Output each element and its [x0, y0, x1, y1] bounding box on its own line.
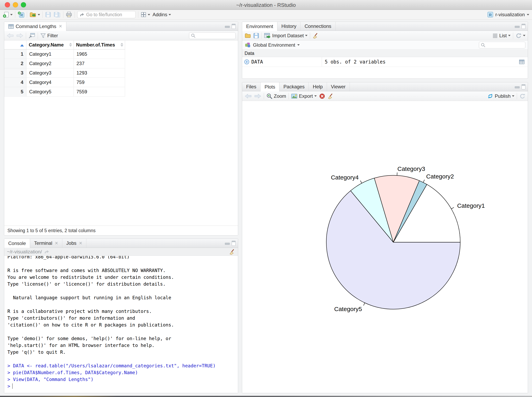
tab-packages[interactable]: Packages	[279, 82, 309, 91]
tab-label: Files	[246, 84, 256, 90]
table-row[interactable]: 4Category4759	[4, 78, 125, 87]
refresh-icon	[516, 33, 522, 38]
table-row[interactable]: 3Category31293	[4, 68, 125, 78]
table-row[interactable]: 1Category11965	[4, 49, 125, 59]
close-icon[interactable]: ×	[79, 241, 82, 246]
console-line	[7, 287, 235, 294]
console-tabstrip: Console Terminal× Jobs×	[4, 239, 238, 248]
close-icon[interactable]: ×	[59, 24, 62, 29]
tab-viewer[interactable]: Viewer	[327, 82, 350, 91]
import-dataset-button[interactable]: Import Dataset	[264, 33, 308, 38]
table-search-input[interactable]	[197, 33, 233, 38]
toolbar-separator	[261, 32, 262, 39]
column-header-category-name[interactable]: Category.Name	[26, 40, 74, 49]
tab-files[interactable]: Files	[242, 82, 260, 91]
row-number-header[interactable]	[4, 40, 26, 49]
maximize-panel-icon[interactable]	[522, 84, 525, 89]
chevron-down-icon	[512, 95, 514, 97]
panel-window-buttons	[225, 24, 235, 29]
console-line: R is a collaborative project with many c…	[7, 308, 235, 315]
tab-help[interactable]: Help	[309, 82, 327, 91]
goto-file-box[interactable]	[77, 11, 136, 18]
tab-plots[interactable]: Plots	[260, 82, 279, 91]
minimize-panel-icon[interactable]	[515, 86, 519, 88]
project-menu-button[interactable]: R r-visualization	[487, 12, 529, 18]
view-table-icon[interactable]	[519, 60, 525, 64]
pane-layout-button[interactable]	[141, 12, 150, 18]
tab-label: Environment	[246, 24, 273, 29]
column-header-number-of-times[interactable]: Number.of.Times	[74, 40, 125, 49]
tab-label: Command Lengths	[16, 24, 56, 29]
new-project-button[interactable]: R	[18, 11, 25, 18]
clear-environment-icon[interactable]	[312, 33, 318, 39]
console-line: 'citation()' on how to cite R or R packa…	[7, 322, 235, 328]
new-file-button[interactable]	[3, 12, 13, 18]
tab-jobs[interactable]: Jobs×	[62, 239, 86, 248]
export-plot-button[interactable]: Export	[291, 93, 317, 99]
plots-panel: Files Plots Packages Help Viewer Zoom	[242, 82, 528, 393]
tab-history[interactable]: History	[278, 22, 301, 31]
scope-label[interactable]: Global Environment	[253, 42, 295, 48]
open-in-new-window-icon[interactable]	[28, 33, 35, 39]
open-file-button[interactable]	[30, 12, 40, 18]
panel-window-buttons	[515, 84, 525, 89]
maximize-panel-icon[interactable]	[522, 24, 525, 29]
table-row[interactable]: 2Category2237	[4, 59, 125, 68]
console-line: R is free software and comes with ABSOLU…	[7, 267, 235, 274]
back-icon[interactable]	[7, 33, 14, 38]
addins-button[interactable]: Addins	[152, 12, 171, 18]
share-arrow-icon[interactable]	[44, 250, 50, 254]
environment-search-box[interactable]	[479, 42, 525, 49]
load-workspace-icon[interactable]	[245, 33, 251, 38]
pane-grid-icon	[141, 12, 146, 18]
print-icon[interactable]	[66, 12, 72, 18]
tab-console[interactable]: Console	[4, 239, 30, 248]
pie-label-tick	[423, 180, 424, 182]
console-line: > View(DATA, "Command Lengths")	[7, 376, 235, 383]
list-view-button[interactable]: List	[492, 33, 511, 38]
goto-file-input[interactable]	[86, 12, 130, 18]
remove-plot-icon[interactable]	[319, 93, 325, 99]
maximize-panel-icon[interactable]	[232, 241, 235, 246]
publish-button[interactable]: Publish	[487, 93, 514, 99]
titlebar: ~/r-visualization - RStudio	[0, 0, 532, 10]
environment-search-input[interactable]	[487, 43, 523, 48]
zoom-plot-button[interactable]: Zoom	[266, 93, 286, 99]
expand-object-icon[interactable]	[244, 59, 249, 64]
tab-environment[interactable]: Environment	[242, 22, 278, 31]
tab-command-lengths[interactable]: Command Lengths ×	[4, 22, 66, 31]
minimize-panel-icon[interactable]	[225, 26, 230, 28]
console-line: >	[7, 383, 235, 390]
tab-connections[interactable]: Connections	[300, 22, 335, 31]
save-workspace-icon[interactable]	[253, 33, 259, 38]
table-cell: 1965	[74, 49, 125, 59]
toolbar-separator	[27, 12, 27, 18]
environment-object-row[interactable]: DATA 5 obs. of 2 variables	[242, 57, 528, 67]
minimize-panel-icon[interactable]	[225, 243, 230, 245]
save-all-icon[interactable]	[54, 12, 61, 18]
refresh-environment-button[interactable]	[516, 33, 525, 38]
search-icon	[191, 33, 196, 38]
minimize-panel-icon[interactable]	[515, 26, 519, 28]
close-icon[interactable]: ×	[55, 241, 58, 246]
table-cell: Category3	[26, 68, 74, 78]
maximize-panel-icon[interactable]	[232, 24, 235, 29]
refresh-plot-icon[interactable]	[519, 93, 525, 99]
clear-console-icon[interactable]	[229, 249, 235, 255]
save-icon[interactable]	[45, 12, 51, 18]
project-name-label: r-visualization	[495, 12, 525, 18]
console-line: Type 'contributors()' for more informati…	[7, 315, 235, 322]
clear-plots-icon[interactable]	[328, 93, 334, 99]
previous-plot-icon[interactable]	[245, 93, 252, 99]
table-row[interactable]: 5Category57559	[4, 87, 125, 96]
console-line: Type 'q()' to quit R.	[7, 349, 235, 355]
forward-icon[interactable]	[16, 33, 24, 38]
console-body[interactable]: Platform: x86_64-apple-darwin15.6.0 (64-…	[4, 256, 238, 393]
tab-terminal[interactable]: Terminal×	[30, 239, 62, 248]
toolbar-separator	[75, 12, 75, 18]
next-plot-icon[interactable]	[254, 93, 261, 99]
filter-button[interactable]: Filter	[40, 33, 58, 38]
data-table-body: 1Category119652Category22373Category3129…	[4, 49, 125, 96]
table-search-box[interactable]	[189, 32, 235, 39]
console-line	[7, 260, 235, 267]
